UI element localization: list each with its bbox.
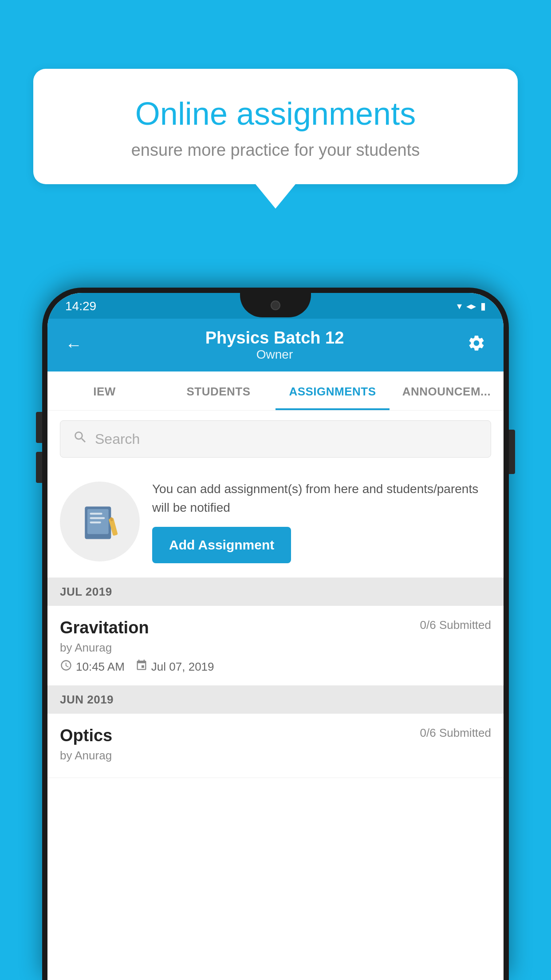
section-jul-header: JUL 2019 [60, 585, 112, 598]
settings-button[interactable] [467, 334, 486, 356]
notch [240, 293, 311, 317]
assignment-date-gravitation: Jul 07, 2019 [135, 659, 214, 675]
promo-icon [60, 482, 140, 561]
app-bar-center: Physics Batch 12 Owner [205, 328, 344, 362]
app-bar-subtitle: Owner [205, 348, 344, 362]
status-icons: ▾ ◂▸ ▮ [457, 300, 486, 312]
add-assignment-button[interactable]: Add Assignment [152, 527, 291, 563]
assignment-submitted-gravitation: 0/6 Submitted [420, 618, 491, 632]
battery-icon: ▮ [480, 300, 486, 312]
assignment-by-gravitation: by Anurag [60, 641, 491, 655]
promo-text: You can add assignment(s) from here and … [152, 480, 491, 517]
tab-assignments[interactable]: ASSIGNMENTS [276, 371, 390, 410]
svg-rect-3 [90, 517, 105, 519]
speech-bubble-tail [256, 184, 295, 209]
assignment-date-text: Jul 07, 2019 [151, 660, 214, 674]
assignment-gravitation[interactable]: Gravitation 0/6 Submitted by Anurag 10:4… [47, 606, 504, 686]
content-area: Search You can add [47, 411, 504, 974]
section-jun-2019: JUN 2019 [47, 686, 504, 714]
front-camera [271, 300, 280, 310]
assignment-time-gravitation: 10:45 AM [60, 659, 125, 675]
assignment-time-text: 10:45 AM [76, 660, 125, 674]
assignment-by-optics: by Anurag [60, 749, 491, 763]
app-bar: ← Physics Batch 12 Owner [47, 319, 504, 371]
wifi-icon: ▾ [457, 300, 462, 312]
assignment-submitted-optics: 0/6 Submitted [420, 726, 491, 740]
power-button [509, 430, 515, 474]
assignment-top-row: Gravitation 0/6 Submitted [60, 618, 491, 637]
calendar-icon [135, 659, 148, 675]
volume-up-button [36, 412, 42, 443]
svg-rect-2 [90, 513, 102, 514]
search-bar[interactable]: Search [60, 420, 491, 458]
speech-bubble-title: Online assignments [64, 95, 487, 132]
search-container: Search [47, 411, 504, 467]
signal-icon: ◂▸ [466, 300, 476, 312]
clock-icon [60, 659, 72, 675]
volume-down-button [36, 452, 42, 483]
assignment-meta-gravitation: 10:45 AM Jul 07, 2019 [60, 659, 491, 675]
tabs-bar: IEW STUDENTS ASSIGNMENTS ANNOUNCEM... [47, 371, 504, 411]
section-jun-header: JUN 2019 [60, 693, 114, 706]
tab-students[interactable]: STUDENTS [161, 371, 276, 410]
search-placeholder: Search [95, 431, 140, 447]
phone-frame: 14:29 ▾ ◂▸ ▮ ← Physics Batch 12 Owner IE… [42, 288, 509, 980]
assignment-optics[interactable]: Optics 0/6 Submitted by Anurag [47, 714, 504, 778]
back-button[interactable]: ← [65, 336, 82, 355]
svg-rect-4 [90, 522, 101, 523]
status-time: 14:29 [65, 299, 96, 313]
promo-right: You can add assignment(s) from here and … [152, 480, 491, 563]
speech-bubble: Online assignments ensure more practice … [33, 69, 518, 184]
search-icon [73, 430, 88, 448]
speech-bubble-subtitle: ensure more practice for your students [64, 141, 487, 160]
phone-screen: 14:29 ▾ ◂▸ ▮ ← Physics Batch 12 Owner IE… [47, 293, 504, 980]
tab-iew[interactable]: IEW [47, 371, 161, 410]
tab-announcements[interactable]: ANNOUNCEM... [390, 371, 504, 410]
assignment-name-gravitation: Gravitation [60, 618, 149, 637]
section-jul-2019: JUL 2019 [47, 578, 504, 606]
assignment-name-optics: Optics [60, 726, 112, 745]
assignment-top-row-optics: Optics 0/6 Submitted [60, 726, 491, 745]
promo-section: You can add assignment(s) from here and … [47, 467, 504, 578]
app-bar-title: Physics Batch 12 [205, 328, 344, 348]
speech-bubble-wrapper: Online assignments ensure more practice … [33, 69, 518, 209]
